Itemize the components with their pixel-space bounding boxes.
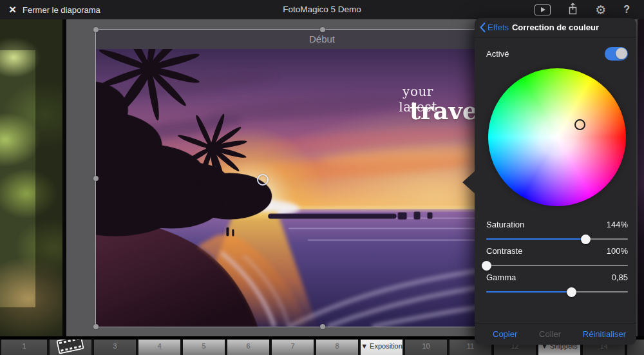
resize-handle-top-left[interactable] xyxy=(93,27,99,32)
gamma-row: Gamma 0,85 xyxy=(486,273,628,296)
film-icon xyxy=(57,340,83,353)
resize-handle-bottom-center[interactable] xyxy=(320,324,325,329)
filmstrip-slide-5[interactable]: 5 xyxy=(183,340,225,355)
saturation-label: Saturation xyxy=(486,220,524,231)
filmstrip-slide-6[interactable]: 6 xyxy=(227,340,269,355)
color-sample-cursor[interactable] xyxy=(257,174,269,186)
color-correction-popover: Effets Correction de couleur Activé Satu… xyxy=(475,18,636,345)
color-wheel-cursor[interactable] xyxy=(574,119,585,130)
chapter-title: Début xyxy=(309,34,335,44)
toggle-knob[interactable] xyxy=(616,48,627,59)
filmstrip-slide-7[interactable]: 7 xyxy=(272,340,314,355)
resize-handle-top-center[interactable] xyxy=(320,27,325,32)
contrast-value: 100% xyxy=(607,246,628,258)
filmstrip-slide-4[interactable]: 4 xyxy=(138,340,180,355)
filmstrip-slide-3[interactable]: 3 xyxy=(94,340,136,355)
panel-title: Correction de couleur xyxy=(475,18,636,37)
panel-header: Effets Correction de couleur xyxy=(475,18,636,37)
gamma-slider[interactable] xyxy=(486,287,628,297)
gamma-knob[interactable] xyxy=(567,287,576,297)
panel-button-bar: Copier Coller Réinitialiser xyxy=(475,323,636,345)
play-slideshow-icon[interactable] xyxy=(535,5,551,15)
resize-handle-mid-left[interactable] xyxy=(93,176,99,181)
contrast-slider[interactable] xyxy=(486,260,628,271)
dim-overlay xyxy=(0,19,62,50)
filmstrip-slide-1[interactable]: 1 xyxy=(1,340,47,355)
slider-track[interactable] xyxy=(486,265,628,266)
filmstrip-slide-2[interactable]: 2 xyxy=(50,340,91,355)
dim-overlay xyxy=(0,307,62,336)
dim-overlay xyxy=(35,50,62,307)
stage-divider xyxy=(62,19,66,336)
help-icon[interactable]: ? xyxy=(623,0,630,19)
next-slide-edge xyxy=(638,19,644,336)
saturation-slider[interactable] xyxy=(486,234,628,244)
color-wheel[interactable] xyxy=(488,68,626,206)
resize-handle-bottom-left[interactable] xyxy=(93,324,99,329)
filmstrip-chapter-exposition[interactable]: ▼ Exposition xyxy=(361,340,402,355)
gamma-value: 0,85 xyxy=(612,273,628,284)
previous-slide-thumbnail[interactable] xyxy=(0,19,62,336)
saturation-value: 144% xyxy=(607,220,628,231)
filmstrip-slide-10[interactable]: 10 xyxy=(405,340,447,355)
filmstrip-slide-8[interactable]: 8 xyxy=(316,340,358,355)
slider-fill xyxy=(486,238,585,240)
popover-arrow xyxy=(462,171,475,194)
share-icon[interactable] xyxy=(568,3,578,17)
contrast-knob[interactable] xyxy=(482,261,491,271)
slider-fill xyxy=(486,291,571,293)
paste-button[interactable]: Coller xyxy=(539,329,561,339)
saturation-row: Saturation 144% xyxy=(486,220,628,243)
gear-icon[interactable]: ⚙ xyxy=(595,0,606,19)
gamma-label: Gamma xyxy=(486,273,516,284)
enabled-toggle[interactable] xyxy=(605,47,628,61)
enabled-label: Activé xyxy=(486,49,509,59)
contrast-label: Contraste xyxy=(486,246,522,258)
reset-button[interactable]: Réinitialiser xyxy=(583,329,626,339)
contrast-row: Contraste 100% xyxy=(486,246,628,269)
title-bar: × Fermer le diaporama FotoMagico 5 Demo … xyxy=(0,0,644,19)
saturation-knob[interactable] xyxy=(581,235,591,244)
copy-button[interactable]: Copier xyxy=(493,329,517,339)
